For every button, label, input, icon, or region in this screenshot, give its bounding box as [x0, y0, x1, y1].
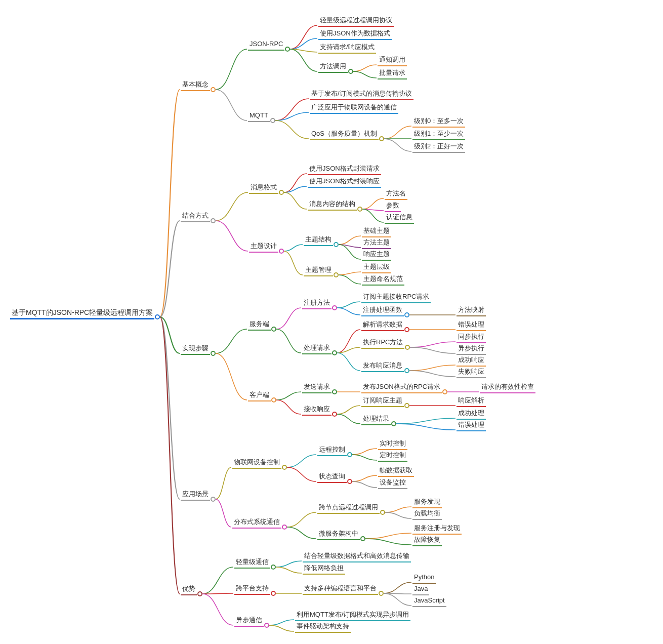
mindmap-node: 方法映射: [457, 306, 486, 316]
mindmap-node: 结合方式: [181, 212, 210, 222]
mindmap-node: 应用场景: [181, 490, 210, 501]
branch-dot-icon: [271, 591, 276, 596]
branch-dot-icon: [282, 525, 287, 530]
mindmap-node: 错误处理: [457, 320, 486, 331]
mindmap-node: 服务注册与发现: [412, 524, 462, 535]
mindmap-node: 通知调用: [378, 56, 407, 66]
mindmap-node: 服务端: [248, 320, 271, 331]
branch-dot-icon: [332, 389, 337, 394]
mindmap-node: QoS（服务质量）机制: [310, 130, 379, 140]
mindmap-node: 基础主题: [362, 227, 391, 237]
branch-dot-icon: [282, 465, 287, 470]
mindmap-node: 异步执行: [457, 344, 486, 355]
mindmap-node: 定时控制: [378, 451, 407, 462]
mindmap-node: 发布JSON格式的RPC请求: [361, 383, 442, 393]
branch-dot-icon: [391, 421, 396, 426]
mindmap-node: 利用MQTT发布/订阅模式实现异步调用: [295, 611, 410, 621]
mindmap-node: 服务发现: [412, 498, 442, 508]
branch-dot-icon: [279, 190, 284, 195]
mindmap-node: 方法调用: [318, 62, 348, 73]
mindmap-node: 解析请求数据: [361, 320, 404, 331]
branch-dot-icon: [360, 536, 365, 541]
mindmap-node: 批量请求: [378, 69, 407, 79]
mindmap-node: 成功处理: [457, 409, 486, 420]
branch-dot-icon: [332, 412, 337, 417]
branch-dot-icon: [197, 591, 202, 596]
mindmap-node: 实时控制: [378, 439, 407, 450]
mindmap-node: 消息内容的结构: [308, 200, 357, 211]
branch-dot-icon: [404, 368, 409, 373]
mindmap-node: 降低网络负担: [303, 564, 345, 575]
mindmap-node: 发送请求: [302, 383, 332, 393]
branch-dot-icon: [155, 314, 160, 319]
mindmap-node: 主题层级: [362, 263, 391, 273]
mindmap-node: 故障恢复: [412, 536, 442, 546]
branch-dot-icon: [332, 305, 337, 310]
mindmap-node: 执行RPC方法: [361, 338, 404, 349]
mindmap-node: 处理请求: [302, 344, 332, 354]
mindmap-node: 物联网设备控制: [232, 458, 281, 469]
mindmap-node: 负载均衡: [412, 509, 442, 520]
mindmap-node: 方法主题: [362, 238, 391, 249]
mindmap-node: 同步执行: [457, 333, 486, 343]
mindmap-node: 支持请求/响应模式: [318, 43, 376, 54]
mindmap-node: Python: [412, 573, 436, 584]
mindmap-node: 失败响应: [457, 368, 486, 378]
branch-dot-icon: [270, 118, 275, 123]
mindmap-node: 错误处理: [457, 421, 486, 431]
mindmap-node: 方法名: [385, 189, 407, 200]
mindmap-node: 状态查询: [317, 472, 347, 483]
mindmap-node: 使用JSON格式封装请求: [308, 165, 381, 175]
mindmap-node: 设备监控: [378, 478, 407, 489]
mindmap-node: 帧数据获取: [378, 466, 414, 477]
mindmap-node: 主题设计: [249, 242, 278, 253]
branch-dot-icon: [211, 218, 216, 223]
mindmap-node: 支持多种编程语言和平台: [303, 584, 378, 595]
branch-dot-icon: [211, 351, 216, 356]
mindmap-node: 主题管理: [304, 266, 333, 276]
mindmap-node: 级别2：正好一次: [412, 142, 465, 153]
mindmap-node: 基于MQTT的JSON-RPC轻量级远程调用方案: [10, 308, 154, 319]
mindmap-node: 级别0：至多一次: [412, 117, 465, 128]
branch-dot-icon: [379, 591, 384, 596]
mindmap-node: 跨平台支持: [234, 584, 270, 595]
mindmap-node: 轻量级远程过程调用协议: [318, 16, 394, 27]
branch-dot-icon: [211, 497, 216, 502]
mindmap-node: 发布响应消息: [361, 361, 404, 372]
mindmap-node: 注册方法: [302, 299, 332, 309]
branch-dot-icon: [357, 207, 362, 212]
branch-dot-icon: [279, 249, 284, 254]
mindmap-node: JavaScript: [412, 596, 446, 607]
branch-dot-icon: [271, 327, 276, 332]
mindmap-node: 结合轻量级数据格式和高效消息传输: [303, 552, 411, 562]
mindmap-node: 参数: [385, 202, 401, 212]
branch-dot-icon: [271, 397, 276, 402]
mindmap-node: 使用JSON格式封装响应: [308, 177, 381, 188]
mindmap-node: 响应主题: [362, 250, 391, 261]
branch-dot-icon: [271, 565, 276, 570]
mindmap-node: 跨节点远程过程调用: [317, 503, 380, 514]
mindmap-node: 基于发布/订阅模式的消息传输协议: [310, 90, 413, 100]
mindmap-node: 订阅响应主题: [361, 396, 404, 407]
branch-dot-icon: [348, 69, 353, 74]
mindmap-node: 成功响应: [457, 356, 486, 367]
branch-dot-icon: [285, 47, 290, 52]
branch-dot-icon: [347, 452, 352, 457]
mindmap-node: 实现步骤: [181, 344, 210, 355]
mindmap-node: 广泛应用于物联网设备的通信: [310, 103, 398, 114]
mindmap-node: MQTT: [248, 111, 270, 122]
branch-dot-icon: [264, 623, 269, 628]
mindmap-node: 分布式系统通信: [232, 518, 281, 529]
mindmap-node: JSON-RPC: [248, 40, 284, 51]
mindmap-node: 主题命名规范: [362, 275, 404, 286]
branch-dot-icon: [404, 403, 409, 408]
mindmap-node: 客户端: [248, 391, 271, 401]
mindmap-node: 远程控制: [317, 446, 347, 456]
branch-dot-icon: [404, 312, 409, 317]
branch-dot-icon: [379, 136, 384, 141]
branch-dot-icon: [405, 345, 410, 350]
mindmap-node: 响应解析: [457, 396, 486, 407]
mindmap-node: 异步通信: [234, 616, 264, 627]
mindmap-node: 微服务架构中: [317, 530, 360, 540]
branch-dot-icon: [347, 479, 352, 484]
